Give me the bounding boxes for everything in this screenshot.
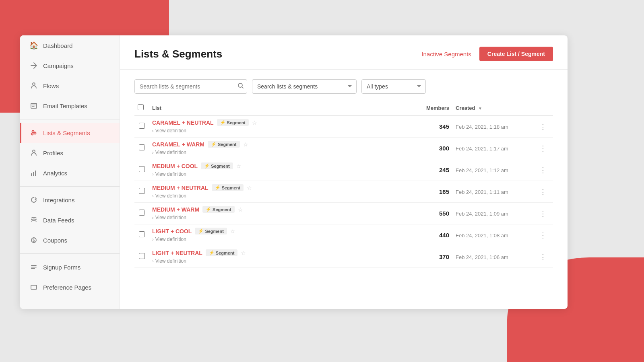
sidebar-item-analytics[interactable]: Analytics [20,163,120,183]
chevron-icon-2: › [152,172,154,177]
sidebar-item-preference-pages[interactable]: Preference Pages [20,277,120,297]
members-count-0: 345 [415,123,449,130]
sidebar-item-dashboard[interactable]: 🏠 Dashboard [20,35,120,56]
sidebar-item-lists-segments[interactable]: Lists & Segments [20,123,120,143]
more-actions-button-6[interactable]: ⋮ [536,251,550,263]
segment-badge-2: ⚡ Segment [201,162,233,169]
list-name-2[interactable]: MEDIUM + COOL [152,163,198,169]
star-icon-0[interactable]: ☆ [252,119,257,126]
bolt-icon-2: ⚡ [204,163,210,169]
view-definition-5[interactable]: › View definition [152,237,186,242]
sidebar-item-profiles[interactable]: Profiles [20,143,120,163]
view-definition-6[interactable]: › View definition [152,258,186,264]
list-name-6[interactable]: LIGHT + NEUTRAL [152,250,202,256]
more-actions-button-0[interactable]: ⋮ [536,121,550,133]
star-icon-3[interactable]: ☆ [247,185,252,191]
more-actions-button-3[interactable]: ⋮ [536,186,550,198]
created-date-6: Feb 24, 2021, 1:06 am [456,254,508,260]
star-icon-4[interactable]: ☆ [238,206,243,213]
create-list-segment-button[interactable]: Create List / Segment [479,47,553,61]
row-checkbox-5[interactable] [139,231,145,237]
segment-badge-1: ⚡ Segment [208,141,239,148]
content-header: Lists & Segments Inactive Segments Creat… [120,35,568,70]
segment-search-select[interactable]: Search lists & segments [252,79,357,94]
star-icon-2[interactable]: ☆ [236,163,242,169]
sidebar-divider-3 [20,253,120,254]
sidebar-label-flows: Flows [43,82,59,89]
col-header-created[interactable]: Created ▼ [452,100,533,116]
sidebar: 🏠 Dashboard Campaigns Flows Email Templa… [20,35,120,309]
list-name-5[interactable]: LIGHT + COOL [152,228,192,234]
segment-badge-6: ⚡ Segment [206,249,237,256]
more-actions-button-1[interactable]: ⋮ [536,142,550,154]
svg-rect-6 [31,173,32,176]
svg-rect-1 [31,103,37,108]
select-all-checkbox[interactable] [138,104,144,110]
more-actions-button-5[interactable]: ⋮ [536,229,550,241]
created-date-5: Feb 24, 2021, 1:08 am [456,232,508,239]
dashboard-icon: 🏠 [29,41,38,50]
sidebar-item-flows[interactable]: Flows [20,76,120,96]
view-definition-3[interactable]: › View definition [152,193,186,199]
list-name-4[interactable]: MEDIUM + WARM [152,206,199,213]
bolt-icon-3: ⚡ [215,185,221,190]
data-feeds-icon [29,216,38,224]
col-header-members: Members [412,100,452,116]
svg-rect-7 [33,172,34,176]
sidebar-item-email-templates[interactable]: Email Templates [20,96,120,116]
inactive-segments-link[interactable]: Inactive Segments [421,51,471,58]
sidebar-item-campaigns[interactable]: Campaigns [20,56,120,76]
sidebar-item-integrations[interactable]: Integrations [20,190,120,210]
row-checkbox-0[interactable] [139,123,145,129]
main-content: Lists & Segments Inactive Segments Creat… [120,35,568,309]
row-checkbox-2[interactable] [139,166,145,172]
members-count-5: 440 [415,232,449,239]
list-name-cell-1: CARAMEL + WARM ⚡ Segment ☆ › View defini… [152,141,409,156]
chevron-icon-5: › [152,237,154,242]
view-definition-4[interactable]: › View definition [152,215,186,220]
row-checkbox-6[interactable] [139,253,145,259]
row-checkbox-3[interactable] [139,188,145,194]
members-count-2: 245 [415,167,449,173]
svg-rect-8 [35,171,36,176]
table-row: CARAMEL + WARM ⚡ Segment ☆ › View defini… [134,138,553,159]
list-name-cell-5: LIGHT + COOL ⚡ Segment ☆ › View definiti… [152,228,409,243]
sidebar-label-email-templates: Email Templates [43,103,87,109]
type-filter-select[interactable]: All types Lists Segments [361,79,426,94]
view-definition-0[interactable]: › View definition [152,128,186,134]
star-icon-1[interactable]: ☆ [243,141,248,148]
created-sort-icon: ▼ [478,106,482,111]
star-icon-5[interactable]: ☆ [230,228,235,234]
row-checkbox-4[interactable] [139,210,145,216]
more-actions-button-2[interactable]: ⋮ [536,164,550,176]
email-templates-icon [29,101,38,110]
row-checkbox-1[interactable] [139,144,145,150]
analytics-icon [29,169,38,177]
campaigns-icon [29,61,38,70]
list-name-0[interactable]: CARAMEL + NEUTRAL [152,119,214,126]
sidebar-label-campaigns: Campaigns [43,62,74,69]
list-name-3[interactable]: MEDIUM + NEUTRAL [152,185,208,191]
star-icon-6[interactable]: ☆ [241,250,246,256]
svg-text:$: $ [33,238,35,243]
bolt-icon-6: ⚡ [209,250,215,255]
chevron-icon-4: › [152,215,154,220]
view-definition-2[interactable]: › View definition [152,171,186,177]
list-name-1[interactable]: CARAMEL + WARM [152,141,204,148]
sidebar-item-signup-forms[interactable]: Signup Forms [20,257,120,277]
flows-icon [29,81,38,90]
created-date-0: Feb 24, 2021, 1:18 am [456,124,508,130]
sidebar-label-integrations: Integrations [43,197,74,204]
svg-point-4 [31,133,33,135]
sidebar-item-coupons[interactable]: $ Coupons [20,230,120,250]
search-input[interactable] [134,79,247,94]
sidebar-divider-1 [20,119,120,119]
search-button[interactable] [237,82,244,90]
sidebar-item-data-feeds[interactable]: Data Feeds [20,210,120,230]
list-name-cell-6: LIGHT + NEUTRAL ⚡ Segment ☆ › View defin… [152,249,409,264]
svg-rect-11 [31,285,37,289]
list-name-cell-3: MEDIUM + NEUTRAL ⚡ Segment ☆ › View defi… [152,184,409,199]
more-actions-button-4[interactable]: ⋮ [536,208,550,220]
page-title: Lists & Segments [134,48,222,60]
view-definition-1[interactable]: › View definition [152,150,186,155]
